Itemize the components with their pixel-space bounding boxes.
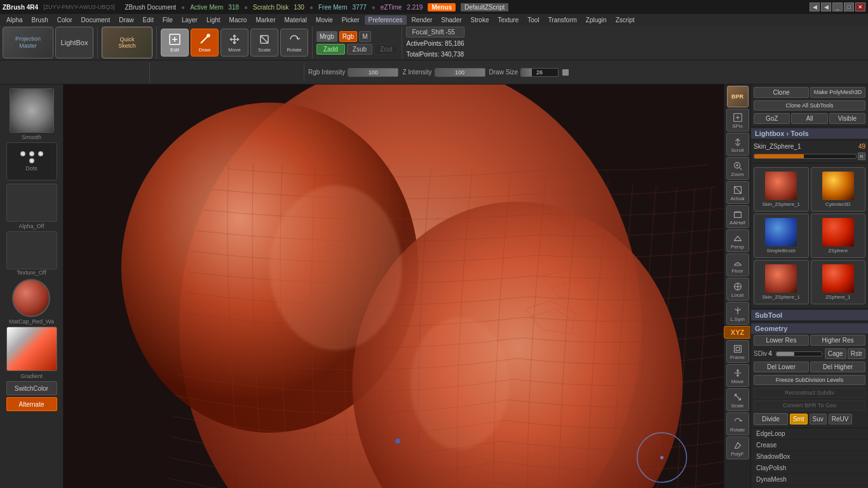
aahalf-button[interactable]: AAHalf bbox=[726, 205, 749, 228]
menu-shader[interactable]: Shader bbox=[437, 15, 465, 25]
projection-master-button[interactable]: Projection Master bbox=[3, 27, 53, 58]
subtool-title[interactable]: SubTool bbox=[751, 310, 868, 320]
texture-preview[interactable]: Texture_Off bbox=[6, 231, 57, 276]
menu-edit[interactable]: Edit bbox=[139, 15, 158, 25]
del-lower-button[interactable]: Del Lower bbox=[754, 362, 809, 372]
lightbox-tools-button[interactable]: Lightbox › Tools bbox=[751, 128, 868, 139]
skin-reset[interactable]: R bbox=[858, 152, 865, 160]
persp-button[interactable]: Persp bbox=[726, 229, 749, 252]
xyz-button[interactable]: XYZ bbox=[724, 326, 751, 339]
edit-button[interactable]: Edit bbox=[161, 29, 189, 57]
menu-document[interactable]: Document bbox=[78, 15, 114, 25]
win-btn-2[interactable]: ◀ bbox=[821, 3, 831, 11]
menu-zplugin[interactable]: Zplugin bbox=[582, 15, 611, 25]
higher-res-button[interactable]: Higher Res bbox=[810, 335, 865, 346]
menu-light[interactable]: Light bbox=[203, 15, 224, 25]
cage-button[interactable]: Cage bbox=[825, 348, 846, 359]
rgb-intensity-slider[interactable]: 100 bbox=[348, 68, 398, 77]
clone-button[interactable]: Clone bbox=[754, 87, 809, 98]
thumb-skin-zsphere[interactable]: Skin_ZSphere_1 bbox=[754, 167, 809, 212]
switch-color-button[interactable]: SwitchColor bbox=[6, 381, 57, 395]
draw-size-slider[interactable]: 26 bbox=[520, 68, 559, 77]
menu-preferences[interactable]: Preferences bbox=[365, 15, 407, 25]
floor-button[interactable]: Floor bbox=[726, 254, 749, 276]
shadowbox-item[interactable]: ShadowBox bbox=[751, 451, 868, 463]
reconstruct-subdiv-button[interactable]: Reconstruct Subdiv bbox=[754, 388, 865, 398]
dynamesh-item[interactable]: DynaMesh bbox=[751, 474, 868, 485]
lower-res-button[interactable]: Lower Res bbox=[754, 335, 809, 346]
actual-button[interactable]: Actual bbox=[726, 181, 749, 204]
focal-shift[interactable]: Focal_Shift -55 bbox=[406, 27, 464, 37]
canvas-area[interactable]: -0.324,0.029,-0.486 bbox=[64, 85, 724, 488]
menu-macro[interactable]: Macro bbox=[226, 15, 251, 25]
smt-button[interactable]: Smt bbox=[790, 414, 808, 424]
brush-preview[interactable]: Smooth bbox=[10, 87, 54, 140]
menus-button[interactable]: Menus bbox=[428, 3, 456, 11]
menu-marker[interactable]: Marker bbox=[252, 15, 279, 25]
zoom-button[interactable]: Zoom bbox=[726, 157, 749, 180]
scale-button[interactable]: Scale bbox=[250, 29, 278, 57]
move-sidebar-button[interactable]: Move bbox=[726, 364, 749, 387]
qremesher-item[interactable]: qRemesher bbox=[751, 485, 868, 488]
goz-button[interactable]: GoZ bbox=[754, 113, 790, 124]
lightbox-button[interactable]: LightBox bbox=[55, 27, 93, 58]
menu-layer[interactable]: Layer bbox=[178, 15, 201, 25]
edgeloop-item[interactable]: EdgeLoop bbox=[751, 428, 868, 440]
menu-alpha[interactable]: Alpha bbox=[3, 15, 27, 25]
menu-file[interactable]: File bbox=[159, 15, 177, 25]
reuv-button[interactable]: ReUV bbox=[829, 414, 852, 424]
freeze-subdiv-button[interactable]: Freeze SubDivision Levels bbox=[754, 375, 865, 385]
zcut-button[interactable]: Zcut bbox=[374, 44, 398, 55]
move-button[interactable]: Move bbox=[220, 29, 248, 57]
skin-slider[interactable] bbox=[754, 154, 857, 159]
del-higher-button[interactable]: Del Higher bbox=[810, 362, 865, 372]
menu-tool[interactable]: Tool bbox=[524, 15, 543, 25]
thumb-zsphere1[interactable]: ZSphere_1 bbox=[811, 260, 866, 304]
rotate-button[interactable]: Rotate bbox=[280, 29, 308, 57]
draw-button[interactable]: Draw bbox=[191, 29, 219, 57]
scroll-button[interactable]: Scroll bbox=[726, 133, 749, 156]
win-maximize[interactable]: □ bbox=[844, 3, 854, 11]
color-swatch[interactable] bbox=[6, 327, 57, 371]
lsym-button[interactable]: L.Sym bbox=[726, 302, 749, 325]
zadd-button[interactable]: Zadd bbox=[316, 44, 345, 55]
m-button[interactable]: M bbox=[359, 31, 370, 42]
convert-bpr-button[interactable]: Convert BPR To Geo bbox=[754, 400, 865, 410]
menu-brush[interactable]: Brush bbox=[28, 15, 52, 25]
alternate-button[interactable]: Alternate bbox=[6, 397, 57, 411]
all-button[interactable]: All bbox=[791, 113, 827, 124]
local-button[interactable]: Local bbox=[726, 278, 749, 301]
geometry-title[interactable]: Geometry bbox=[751, 323, 868, 334]
menu-texture[interactable]: Texture bbox=[494, 15, 522, 25]
quick-sketch-button[interactable]: Quick Sketch bbox=[102, 27, 153, 58]
menu-material[interactable]: Material bbox=[281, 15, 311, 25]
menu-render[interactable]: Render bbox=[408, 15, 437, 25]
menu-movie[interactable]: Movie bbox=[312, 15, 337, 25]
thumb-skin-zsphere2[interactable]: Skin_ZSphere_1 bbox=[754, 260, 809, 304]
bpr-button[interactable]: BPR bbox=[727, 86, 749, 107]
crease-item[interactable]: Crease bbox=[751, 440, 868, 451]
win-minimize[interactable]: _ bbox=[832, 3, 843, 11]
menu-stroke[interactable]: Stroke bbox=[467, 15, 493, 25]
thumb-cylinder3d[interactable]: Cylinder3D bbox=[811, 167, 866, 212]
material-preview[interactable]: MatCap_Red_Wa bbox=[9, 278, 54, 325]
sdiv-slider[interactable] bbox=[776, 351, 822, 356]
visible-button[interactable]: Visible bbox=[829, 113, 865, 124]
z-intensity-slider[interactable]: 100 bbox=[435, 68, 485, 77]
menu-zscript[interactable]: Zscript bbox=[612, 15, 639, 25]
menu-color[interactable]: Color bbox=[53, 15, 76, 25]
zsub-button[interactable]: Zsub bbox=[347, 44, 372, 55]
win-btn-1[interactable]: ◀ bbox=[810, 3, 820, 11]
win-close[interactable]: ✕ bbox=[855, 3, 865, 11]
dots-preview[interactable]: Dots bbox=[6, 142, 57, 180]
menu-draw[interactable]: Draw bbox=[115, 15, 137, 25]
thumb-simplebrush[interactable]: SimpleBrush bbox=[754, 214, 809, 258]
menu-picker[interactable]: Picker bbox=[338, 15, 363, 25]
suv-button[interactable]: Suv bbox=[810, 414, 827, 424]
spix-button[interactable]: SPix bbox=[726, 109, 749, 132]
default-script[interactable]: DefaultZScript bbox=[461, 3, 508, 11]
clone-all-subtools-button[interactable]: Clone All SubTools bbox=[754, 100, 865, 111]
claypolish-item[interactable]: ClayPolish bbox=[751, 463, 868, 474]
rotate-sidebar-button[interactable]: Rotate bbox=[726, 412, 749, 435]
menu-transform[interactable]: Transform bbox=[545, 15, 581, 25]
